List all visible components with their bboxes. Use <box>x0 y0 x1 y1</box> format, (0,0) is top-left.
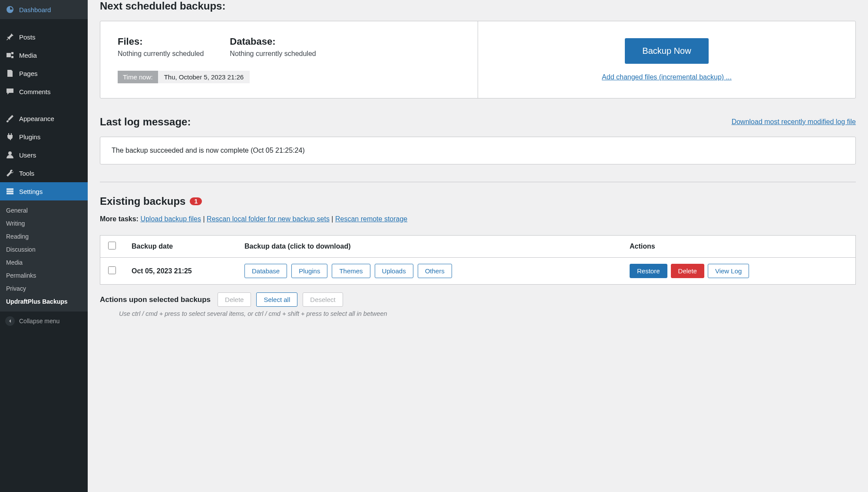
dashboard-icon <box>5 5 15 14</box>
submenu-writing[interactable]: Writing <box>0 217 88 230</box>
settings-submenu: General Writing Reading Discussion Media… <box>0 200 88 312</box>
select-all-button[interactable]: Select all <box>256 292 297 307</box>
backup-now-button[interactable]: Backup Now <box>625 38 708 64</box>
sidebar-label: Tools <box>19 170 34 177</box>
actions-footer: Actions upon selected backups Delete Sel… <box>100 292 856 307</box>
scheduled-box: Files: Nothing currently scheduled Datab… <box>100 21 856 98</box>
more-tasks-label: More tasks: <box>100 215 139 223</box>
select-all-checkbox[interactable] <box>108 242 116 249</box>
files-schedule: Files: Nothing currently scheduled <box>118 36 204 58</box>
collapse-label: Collapse menu <box>19 318 59 325</box>
more-tasks-row: More tasks: Upload backup files | Rescan… <box>100 215 856 223</box>
rescan-remote-link[interactable]: Rescan remote storage <box>335 215 407 223</box>
sidebar-label: Posts <box>19 33 36 41</box>
sidebar-label: Media <box>19 52 37 59</box>
sidebar-label: Plugins <box>19 133 40 141</box>
download-uploads-button[interactable]: Uploads <box>375 264 413 278</box>
sidebar-label: Comments <box>19 88 51 95</box>
backup-table: Backup date Backup data (click to downlo… <box>100 235 856 285</box>
collapse-menu-button[interactable]: Collapse menu <box>0 312 88 331</box>
submenu-general[interactable]: General <box>0 204 88 217</box>
database-schedule: Database: Nothing currently scheduled <box>230 36 316 58</box>
download-database-button[interactable]: Database <box>244 264 287 278</box>
sidebar-item-settings[interactable]: Settings <box>0 182 88 200</box>
db-label: Database: <box>230 36 316 47</box>
time-now: Time now: Thu, October 5, 2023 21:26 <box>118 71 250 83</box>
divider <box>100 182 856 182</box>
download-themes-button[interactable]: Themes <box>332 264 370 278</box>
col-date: Backup date <box>124 236 237 258</box>
scheduled-right: Backup Now Add changed files (incrementa… <box>478 21 855 98</box>
submenu-reading[interactable]: Reading <box>0 230 88 243</box>
rescan-local-link[interactable]: Rescan local folder for new backup sets <box>207 215 330 223</box>
restore-button[interactable]: Restore <box>630 264 667 278</box>
log-message: The backup succeeded and is now complete… <box>100 137 856 164</box>
sidebar-item-dashboard[interactable]: Dashboard <box>0 0 88 19</box>
plug-icon <box>5 132 15 141</box>
time-now-label: Time now: <box>118 71 158 83</box>
col-data: Backup data (click to download) <box>237 236 622 258</box>
comment-icon <box>5 87 15 96</box>
sidebar-label: Appearance <box>19 115 54 122</box>
submenu-permalinks[interactable]: Permalinks <box>0 269 88 282</box>
wrench-icon <box>5 168 15 178</box>
sidebar-label: Settings <box>19 188 43 195</box>
main-content: Next scheduled backups: Files: Nothing c… <box>88 0 868 492</box>
admin-sidebar: Dashboard Posts Media Pages Comments App… <box>0 0 88 492</box>
sidebar-item-comments[interactable]: Comments <box>0 82 88 101</box>
sidebar-item-media[interactable]: Media <box>0 46 88 64</box>
user-icon <box>5 150 15 160</box>
sidebar-item-appearance[interactable]: Appearance <box>0 109 88 128</box>
files-value: Nothing currently scheduled <box>118 50 204 58</box>
footer-hint: Use ctrl / cmd + press to select several… <box>100 310 856 317</box>
view-log-button[interactable]: View Log <box>708 264 749 278</box>
submenu-media[interactable]: Media <box>0 256 88 269</box>
incremental-backup-link[interactable]: Add changed files (incremental backup) .… <box>602 73 732 81</box>
sidebar-item-pages[interactable]: Pages <box>0 64 88 82</box>
scheduled-left: Files: Nothing currently scheduled Datab… <box>100 21 478 98</box>
download-log-link[interactable]: Download most recently modified log file <box>732 118 856 126</box>
submenu-privacy[interactable]: Privacy <box>0 282 88 295</box>
sidebar-label: Pages <box>19 70 38 77</box>
submenu-discussion[interactable]: Discussion <box>0 243 88 256</box>
backup-count-badge: 1 <box>190 197 202 205</box>
page-icon <box>5 69 15 78</box>
download-plugins-button[interactable]: Plugins <box>291 264 327 278</box>
collapse-icon <box>5 316 15 326</box>
backup-date: Oct 05, 2023 21:25 <box>124 258 237 285</box>
download-others-button[interactable]: Others <box>418 264 452 278</box>
time-now-value: Thu, October 5, 2023 21:26 <box>158 71 250 83</box>
row-checkbox[interactable] <box>108 266 116 274</box>
scheduled-heading: Next scheduled backups: <box>100 0 856 12</box>
sidebar-item-plugins[interactable]: Plugins <box>0 128 88 146</box>
sliders-icon <box>5 187 15 196</box>
delete-button[interactable]: Delete <box>671 264 704 278</box>
sidebar-item-posts[interactable]: Posts <box>0 28 88 46</box>
sidebar-item-tools[interactable]: Tools <box>0 164 88 182</box>
existing-heading: Existing backups <box>100 195 185 207</box>
bulk-delete-button[interactable]: Delete <box>218 292 251 307</box>
actions-footer-label: Actions upon selected backups <box>100 295 211 304</box>
db-value: Nothing currently scheduled <box>230 50 316 58</box>
col-actions: Actions <box>622 236 855 258</box>
pin-icon <box>5 32 15 42</box>
brush-icon <box>5 114 15 123</box>
sidebar-item-users[interactable]: Users <box>0 146 88 164</box>
media-icon <box>5 50 15 60</box>
upload-backup-link[interactable]: Upload backup files <box>140 215 201 223</box>
table-row: Oct 05, 2023 21:25 Database Plugins Them… <box>100 258 856 285</box>
sidebar-label: Users <box>19 151 36 159</box>
deselect-button[interactable]: Deselect <box>303 292 343 307</box>
sidebar-label: Dashboard <box>19 6 51 13</box>
log-heading: Last log message: <box>100 116 191 128</box>
files-label: Files: <box>118 36 204 47</box>
submenu-updraft[interactable]: UpdraftPlus Backups <box>0 295 88 308</box>
